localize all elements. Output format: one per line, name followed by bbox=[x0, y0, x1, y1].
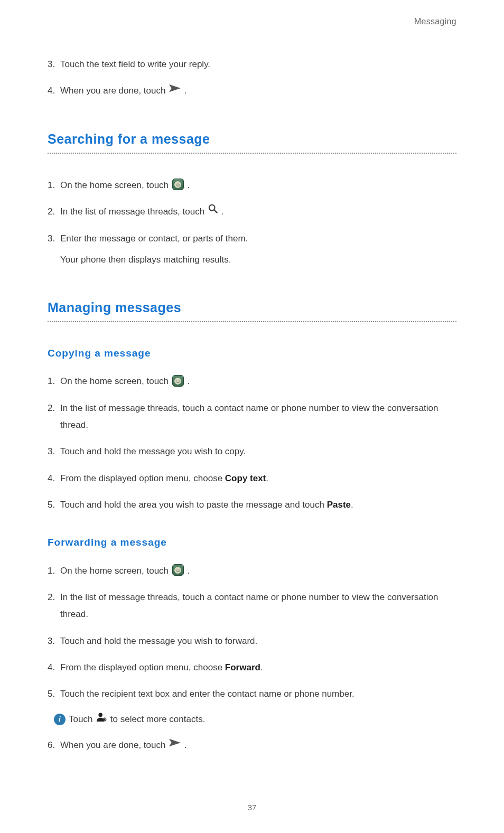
copying-step-3: 3. Touch and hold the message you wish t… bbox=[48, 443, 456, 460]
step-text: From the displayed option menu, choose F… bbox=[60, 659, 456, 676]
messaging-app-icon: ☺ bbox=[172, 179, 184, 190]
send-icon bbox=[169, 81, 181, 98]
svg-point-1 bbox=[209, 205, 215, 211]
bold-forward: Forward bbox=[225, 662, 260, 672]
step-text: In the list of message threads, touch a … bbox=[60, 589, 456, 623]
step-text: On the home screen, touch ☺ . bbox=[60, 373, 456, 390]
step-3: 3. Touch the text field to write your re… bbox=[48, 56, 456, 73]
forwarding-step-3: 3. Touch and hold the message you wish t… bbox=[48, 633, 456, 650]
heading-managing: Managing messages bbox=[48, 297, 456, 318]
info-text: Touch to select more contacts. bbox=[69, 712, 205, 727]
step-text: In the list of message threads, touch a … bbox=[60, 400, 456, 434]
step-number: 3. bbox=[48, 231, 60, 246]
divider bbox=[48, 153, 456, 154]
search-icon bbox=[208, 202, 218, 219]
copying-step-5: 5. Touch and hold the area you wish to p… bbox=[48, 497, 456, 513]
step-text-before: On the home screen, touch bbox=[60, 180, 171, 190]
forwarding-step-5: 5. Touch the recipient text box and ente… bbox=[48, 686, 456, 703]
searching-step-3: 3. Enter the message or contact, or part… bbox=[48, 230, 456, 247]
svg-point-3 bbox=[99, 713, 103, 717]
searching-step-2: 2. In the list of message threads, touch… bbox=[48, 203, 456, 221]
page-number: 37 bbox=[0, 801, 504, 814]
step-text: When you are done, touch . bbox=[60, 82, 456, 100]
step-text: Touch the recipient text box and enter t… bbox=[60, 686, 456, 703]
info-note: i Touch to select more contacts. bbox=[54, 712, 456, 727]
step-number: 4. bbox=[48, 660, 60, 675]
step-number: 2. bbox=[48, 204, 60, 219]
step-text-after: . bbox=[351, 500, 353, 510]
add-contact-icon bbox=[96, 712, 107, 726]
step-number: 3. bbox=[48, 444, 60, 458]
step-number: 5. bbox=[48, 498, 60, 512]
info-text-before: Touch bbox=[69, 714, 95, 724]
forwarding-step-6: 6. When you are done, touch . bbox=[48, 737, 456, 754]
step-number: 3. bbox=[48, 57, 60, 71]
step-number: 4. bbox=[48, 471, 60, 485]
copying-step-1: 1. On the home screen, touch ☺ . bbox=[48, 373, 456, 390]
copying-step-4: 4. From the displayed option menu, choos… bbox=[48, 470, 456, 487]
step-text-after: . bbox=[188, 180, 190, 190]
heading-searching: Searching for a message bbox=[48, 128, 456, 149]
info-icon: i bbox=[54, 714, 66, 725]
step-number: 2. bbox=[48, 401, 60, 415]
step-text: In the list of message threads, touch . bbox=[60, 203, 456, 221]
step-text: On the home screen, touch ☺ . bbox=[60, 177, 456, 194]
step-text: Touch the text field to write your reply… bbox=[60, 56, 456, 73]
step-text: Enter the message or contact, or parts o… bbox=[60, 230, 456, 247]
forwarding-step-1: 1. On the home screen, touch ☺ . bbox=[48, 563, 456, 579]
step-text-before: On the home screen, touch bbox=[60, 566, 171, 576]
step-number: 1. bbox=[48, 178, 60, 192]
step-number: 2. bbox=[48, 590, 60, 604]
searching-step-3-continuation: Your phone then displays matching result… bbox=[48, 251, 456, 268]
step-number: 1. bbox=[48, 564, 60, 578]
step-text-before: On the home screen, touch bbox=[60, 376, 171, 386]
step-text-before: From the displayed option menu, choose bbox=[60, 473, 225, 483]
step-number: 3. bbox=[48, 634, 60, 648]
subheading-forwarding: Forwarding a message bbox=[48, 535, 456, 550]
step-text: On the home screen, touch ☺ . bbox=[60, 563, 456, 579]
messaging-app-icon: ☺ bbox=[172, 375, 184, 387]
step-text: Touch and hold the area you wish to past… bbox=[60, 497, 456, 513]
step-text-before: Touch and hold the area you wish to past… bbox=[60, 500, 327, 510]
svg-marker-0 bbox=[169, 85, 181, 92]
step-number: 5. bbox=[48, 687, 60, 701]
step-number: 1. bbox=[48, 374, 60, 388]
step-text-before: In the list of message threads, touch bbox=[60, 207, 207, 217]
step-text-after: . bbox=[188, 376, 190, 386]
step-text-before: When you are done, touch bbox=[60, 86, 168, 96]
step-text-before: When you are done, touch bbox=[60, 740, 168, 750]
step-number: 4. bbox=[48, 83, 60, 98]
bold-paste: Paste bbox=[327, 500, 351, 510]
step-4: 4. When you are done, touch . bbox=[48, 82, 456, 100]
step-text: Touch and hold the message you wish to f… bbox=[60, 633, 456, 650]
copying-step-2: 2. In the list of message threads, touch… bbox=[48, 400, 456, 434]
forwarding-step-4: 4. From the displayed option menu, choos… bbox=[48, 659, 456, 676]
step-text: Touch and hold the message you wish to c… bbox=[60, 443, 456, 460]
forwarding-step-2: 2. In the list of message threads, touch… bbox=[48, 589, 456, 623]
step-text: When you are done, touch . bbox=[60, 737, 456, 754]
svg-marker-7 bbox=[169, 739, 181, 747]
step-text-after: . bbox=[188, 566, 190, 576]
step-text-after: . bbox=[260, 662, 263, 672]
divider bbox=[48, 321, 456, 322]
step-text-after: . bbox=[184, 740, 187, 750]
searching-step-1: 1. On the home screen, touch ☺ . bbox=[48, 177, 456, 194]
step-number: 6. bbox=[48, 738, 60, 752]
step-text-before: From the displayed option menu, choose bbox=[60, 662, 225, 672]
step-text-after: . bbox=[221, 207, 224, 217]
subheading-copying: Copying a message bbox=[48, 345, 456, 361]
step-text: From the displayed option menu, choose C… bbox=[60, 470, 456, 487]
step-text-after: . bbox=[184, 86, 187, 96]
messaging-app-icon: ☺ bbox=[172, 564, 184, 576]
send-icon bbox=[169, 736, 181, 753]
info-text-after: to select more contacts. bbox=[110, 714, 206, 724]
header-section-label: Messaging bbox=[48, 15, 456, 29]
svg-line-2 bbox=[214, 210, 217, 213]
step-text-after: . bbox=[266, 473, 268, 483]
bold-copy-text: Copy text bbox=[225, 473, 266, 483]
